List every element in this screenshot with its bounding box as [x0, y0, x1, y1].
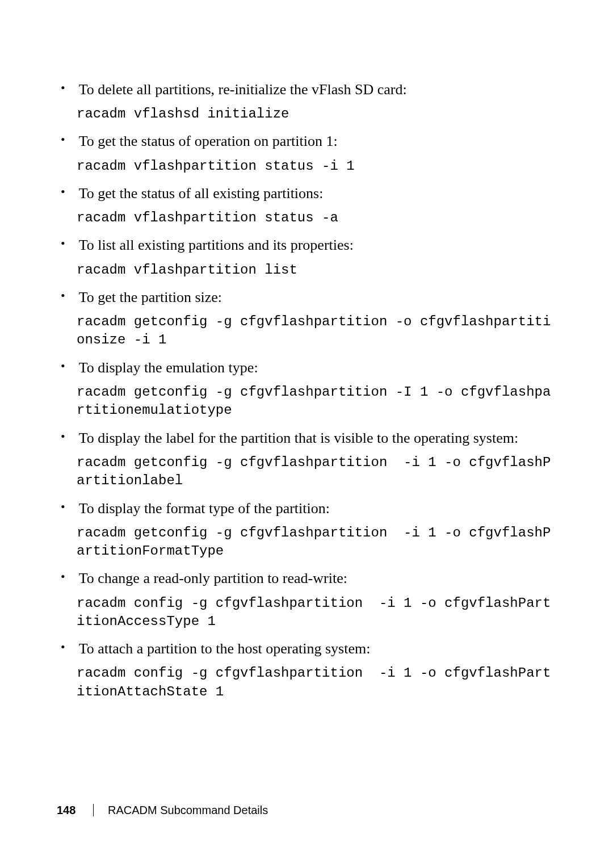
bullet-icon: •	[61, 498, 65, 516]
list-item-line: • To display the format type of the part…	[77, 498, 556, 518]
list-item: • To delete all partitions, re-initializ…	[77, 79, 556, 123]
list-item: • To display the format type of the part…	[77, 498, 556, 561]
list-item: • To display the label for the partition…	[77, 428, 556, 490]
bullet-icon: •	[61, 358, 65, 375]
list-item: • To display the emulation type: racadm …	[77, 358, 556, 420]
item-code: racadm vflashsd initialize	[77, 105, 556, 123]
list-item-line: • To get the status of operation on part…	[77, 131, 556, 151]
bullet-icon: •	[61, 183, 65, 201]
item-description: To get the status of operation on partit…	[79, 131, 338, 151]
bullet-icon: •	[61, 428, 65, 446]
item-description: To attach a partition to the host operat…	[79, 639, 371, 659]
list-item: • To change a read-only partition to rea…	[77, 568, 556, 631]
item-description: To delete all partitions, re-initialize …	[79, 79, 407, 99]
list-item: • To get the partition size: racadm getc…	[77, 287, 556, 350]
bullet-icon: •	[61, 287, 65, 305]
page-number: 148	[57, 804, 75, 816]
item-description: To display the label for the partition t…	[79, 428, 518, 448]
list-item-line: • To delete all partitions, re-initializ…	[77, 79, 556, 99]
item-code: racadm vflashpartition status -i 1	[77, 157, 556, 175]
bullet-icon: •	[61, 568, 65, 586]
list-item-line: • To display the label for the partition…	[77, 428, 556, 448]
list-item-line: • To list all existing partitions and it…	[77, 235, 556, 255]
list-item-line: • To change a read-only partition to rea…	[77, 568, 556, 588]
item-code: racadm vflashpartition list	[77, 261, 556, 279]
section-title: RACADM Subcommand Details	[93, 804, 268, 816]
document-page: • To delete all partitions, re-initializ…	[0, 0, 613, 868]
item-description: To change a read-only partition to read-…	[79, 568, 347, 588]
list-item: • To attach a partition to the host oper…	[77, 639, 556, 701]
list-item: • To list all existing partitions and it…	[77, 235, 556, 279]
bullet-icon: •	[61, 639, 65, 656]
item-code: racadm config -g cfgvflashpartition -i 1…	[77, 594, 556, 631]
list-item: • To get the status of operation on part…	[77, 131, 556, 175]
bullet-icon: •	[61, 235, 65, 253]
list-item-line: • To display the emulation type:	[77, 358, 556, 378]
item-code: racadm getconfig -g cfgvflashpartition -…	[77, 313, 556, 350]
item-code: racadm getconfig -g cfgvflashpartition -…	[77, 454, 556, 490]
item-code: racadm getconfig -g cfgvflashpartition -…	[77, 524, 556, 561]
bullet-icon: •	[61, 131, 65, 149]
item-description: To get the status of all existing partit…	[79, 183, 324, 203]
item-code: racadm vflashpartition status -a	[77, 209, 556, 227]
list-item-line: • To attach a partition to the host oper…	[77, 639, 556, 659]
item-description: To display the format type of the partit…	[79, 498, 330, 518]
item-description: To display the emulation type:	[79, 358, 258, 378]
item-code: racadm getconfig -g cfgvflashpartition -…	[77, 383, 556, 420]
page-footer: 148 RACADM Subcommand Details	[57, 804, 556, 817]
bullet-icon: •	[61, 79, 65, 97]
list-item-line: • To get the status of all existing part…	[77, 183, 556, 203]
list-item-line: • To get the partition size:	[77, 287, 556, 307]
item-code: racadm config -g cfgvflashpartition -i 1…	[77, 664, 556, 701]
item-description: To list all existing partitions and its …	[79, 235, 354, 255]
item-description: To get the partition size:	[79, 287, 222, 307]
list-item: • To get the status of all existing part…	[77, 183, 556, 227]
